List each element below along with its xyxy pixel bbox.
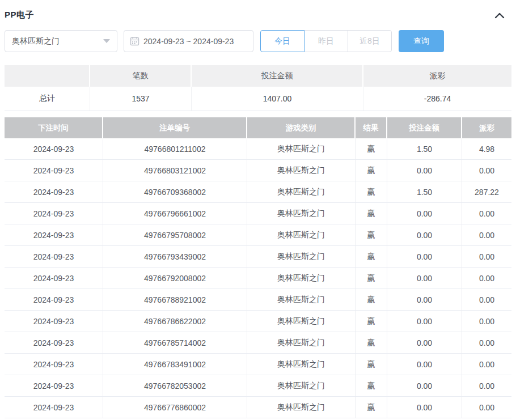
cell-order-id: 49766795708002: [103, 224, 247, 245]
cell-bet-amount: 0.00: [387, 332, 462, 353]
cell-order-id: 49766786622002: [103, 311, 247, 332]
col-bet-time: 下注时间: [5, 117, 103, 138]
cell-payout: 0.00: [462, 332, 511, 353]
caret-down-icon: [103, 39, 110, 43]
today-button[interactable]: 今日: [260, 30, 304, 52]
cell-result: 赢: [356, 268, 387, 289]
table-row: 2024-09-2349766792008002奥林匹斯之门赢0.000.00: [5, 268, 511, 289]
cell-game-type: 奥林匹斯之门: [247, 160, 356, 181]
summary-col-payout: 派彩: [363, 65, 511, 87]
cell-payout: 0.00: [462, 268, 511, 289]
quick-date-group: 今日 昨日 近8日: [260, 30, 392, 52]
bet-records-table: 下注时间 注单编号 游戏类别 结果 投注金额 派彩 2024-09-234976…: [5, 117, 511, 418]
cell-game-type: 奥林匹斯之门: [247, 397, 356, 418]
cell-bet-time: 2024-09-23: [5, 289, 103, 310]
cell-bet-time: 2024-09-23: [5, 224, 103, 245]
cell-bet-time: 2024-09-23: [5, 181, 103, 202]
date-range-value: 2024-09-23 ~ 2024-09-23: [143, 37, 234, 46]
cell-payout: 0.00: [462, 354, 511, 375]
cell-bet-amount: 1.50: [387, 138, 462, 159]
cell-bet-amount: 0.00: [387, 375, 462, 396]
cell-order-id: 49766796661002: [103, 203, 247, 224]
cell-bet-time: 2024-09-23: [5, 138, 103, 159]
table-header-row: 下注时间 注单编号 游戏类别 结果 投注金额 派彩: [5, 117, 511, 138]
table-row: 2024-09-2349766803121002奥林匹斯之门赢0.000.00: [5, 160, 511, 181]
summary-header-row: 笔数 投注金额 派彩: [5, 65, 511, 87]
cell-result: 赢: [356, 289, 387, 310]
col-payout: 派彩: [462, 117, 511, 138]
pp-electronic-panel: PP电子 奥林匹斯之门 2024-09-23 ~ 202: [0, 0, 516, 420]
cell-payout: 0.00: [462, 311, 511, 332]
cell-bet-amount: 0.00: [387, 160, 462, 181]
chevron-up-icon: [494, 12, 505, 19]
cell-result: 赢: [356, 332, 387, 353]
cell-bet-amount: 1.50: [387, 181, 462, 202]
summary-total-count: 1537: [90, 87, 192, 111]
cell-payout: 0.00: [462, 289, 511, 310]
cell-payout: 0.00: [462, 224, 511, 245]
cell-order-id: 49766785714002: [103, 332, 247, 353]
cell-order-id: 49766801211002: [103, 138, 247, 159]
cell-game-type: 奥林匹斯之门: [247, 354, 356, 375]
col-bet-amount: 投注金额: [387, 117, 462, 138]
cell-bet-amount: 0.00: [387, 289, 462, 310]
table-row: 2024-09-2349766801211002奥林匹斯之门赢1.504.98: [5, 138, 511, 160]
cell-bet-time: 2024-09-23: [5, 203, 103, 224]
summary-total-bet-amount: 1407.00: [192, 87, 363, 111]
cell-game-type: 奥林匹斯之门: [247, 289, 356, 310]
cell-result: 赢: [356, 138, 387, 159]
cell-order-id: 49766792008002: [103, 268, 247, 289]
cell-game-type: 奥林匹斯之门: [247, 224, 356, 245]
cell-bet-amount: 0.00: [387, 397, 462, 418]
cell-payout: 4.98: [462, 138, 511, 159]
table-row: 2024-09-2349766782053002奥林匹斯之门赢0.000.00: [5, 375, 511, 397]
cell-bet-time: 2024-09-23: [5, 160, 103, 181]
col-order-id: 注单编号: [103, 117, 247, 138]
cell-order-id: 49766776860002: [103, 397, 247, 418]
cell-result: 赢: [356, 160, 387, 181]
table-row: 2024-09-2349766788921002奥林匹斯之门赢0.000.00: [5, 289, 511, 311]
cell-bet-time: 2024-09-23: [5, 268, 103, 289]
query-button[interactable]: 查询: [399, 30, 444, 52]
cell-order-id: 49766803121002: [103, 160, 247, 181]
cell-payout: 0.00: [462, 397, 511, 418]
filter-bar: 奥林匹斯之门 2024-09-23 ~ 2024-09-23 今日 昨日 近8日…: [5, 30, 511, 52]
table-row: 2024-09-2349766785714002奥林匹斯之门赢0.000.00: [5, 332, 511, 354]
cell-bet-time: 2024-09-23: [5, 246, 103, 267]
summary-col-count: 笔数: [90, 65, 192, 87]
cell-order-id: 49766709368002: [103, 181, 247, 202]
calendar-icon: [130, 36, 143, 46]
cell-result: 赢: [356, 375, 387, 396]
cell-result: 赢: [356, 354, 387, 375]
table-row: 2024-09-2349766709368002奥林匹斯之门赢1.50287.2…: [5, 181, 511, 203]
collapse-button[interactable]: [492, 9, 507, 22]
last8days-button[interactable]: 近8日: [348, 30, 392, 52]
col-game-type: 游戏类别: [247, 117, 356, 138]
summary-total-payout: -286.74: [363, 87, 511, 111]
cell-result: 赢: [356, 224, 387, 245]
yesterday-button[interactable]: 昨日: [304, 30, 348, 52]
page-title: PP电子: [5, 10, 34, 20]
col-result: 结果: [356, 117, 387, 138]
cell-result: 赢: [356, 203, 387, 224]
cell-payout: 287.22: [462, 181, 511, 202]
cell-bet-amount: 0.00: [387, 246, 462, 267]
cell-bet-time: 2024-09-23: [5, 311, 103, 332]
cell-game-type: 奥林匹斯之门: [247, 268, 356, 289]
bet-table-body: 2024-09-2349766801211002奥林匹斯之门赢1.504.982…: [5, 138, 511, 418]
cell-bet-amount: 0.00: [387, 224, 462, 245]
cell-bet-time: 2024-09-23: [5, 375, 103, 396]
cell-bet-time: 2024-09-23: [5, 354, 103, 375]
cell-bet-time: 2024-09-23: [5, 332, 103, 353]
table-row: 2024-09-2349766783491002奥林匹斯之门赢0.000.00: [5, 354, 511, 375]
date-range-picker[interactable]: 2024-09-23 ~ 2024-09-23: [124, 30, 253, 52]
table-row: 2024-09-2349766795708002奥林匹斯之门赢0.000.00: [5, 224, 511, 246]
table-row: 2024-09-2349766793439002奥林匹斯之门赢0.000.00: [5, 246, 511, 268]
cell-game-type: 奥林匹斯之门: [247, 332, 356, 353]
panel-header: PP电子: [5, 7, 511, 23]
cell-bet-amount: 0.00: [387, 354, 462, 375]
cell-bet-time: 2024-09-23: [5, 397, 103, 418]
game-select[interactable]: 奥林匹斯之门: [5, 30, 117, 52]
cell-game-type: 奥林匹斯之门: [247, 138, 356, 159]
cell-result: 赢: [356, 397, 387, 418]
